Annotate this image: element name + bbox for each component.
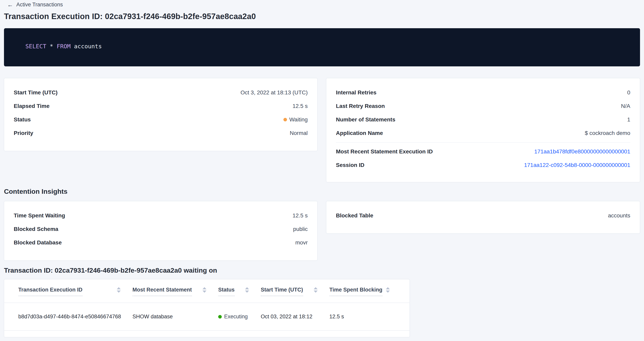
sort-icon[interactable] bbox=[116, 287, 121, 293]
cell-start-time: Oct 03, 2022 at 18:12 bbox=[261, 314, 329, 320]
column-header-label: Most Recent Statement bbox=[132, 287, 192, 296]
detail-label: Last Retry Reason bbox=[336, 103, 385, 109]
column-header-label: Start Time (UTC) bbox=[261, 287, 303, 296]
status-label: Executing bbox=[224, 314, 248, 320]
detail-row-blocked-schema: Blocked Schema public bbox=[14, 222, 308, 236]
detail-label: Application Name bbox=[336, 130, 383, 136]
column-header-label: Time Spent Blocking bbox=[329, 287, 382, 296]
column-header-label: Status bbox=[218, 287, 235, 296]
statement-execution-id-link[interactable]: 171aa1b478fdf0e80000000000000001 bbox=[534, 148, 630, 155]
sql-keyword: FROM bbox=[57, 43, 70, 50]
detail-value: 1 bbox=[627, 116, 630, 123]
detail-label: Number of Statements bbox=[336, 116, 396, 123]
column-header-time-spent-blocking[interactable]: Time Spent Blocking bbox=[329, 287, 402, 303]
detail-row-blocked-table: Blocked Table accounts bbox=[336, 209, 630, 222]
detail-value: 0 bbox=[627, 89, 630, 96]
cell-status: Executing bbox=[218, 314, 261, 320]
detail-row-elapsed-time: Elapsed Time 12.5 s bbox=[14, 99, 308, 113]
detail-label: Start Time (UTC) bbox=[14, 89, 58, 96]
detail-label: Priority bbox=[14, 130, 33, 136]
contention-card-left: Time Spent Waiting 12.5 s Blocked Schema… bbox=[4, 201, 318, 261]
detail-value: public bbox=[293, 226, 308, 232]
summary-card-right: Internal Retries 0 Last Retry Reason N/A… bbox=[326, 78, 640, 182]
summary-card-left: Start Time (UTC) Oct 3, 2022 at 18:13 (U… bbox=[4, 78, 318, 151]
session-id-link[interactable]: 171aa122-c092-54b8-0000-000000000001 bbox=[524, 162, 630, 168]
sort-icon[interactable] bbox=[314, 287, 318, 293]
detail-row-status: Status Waiting bbox=[14, 113, 308, 126]
status-dot-executing bbox=[218, 315, 222, 319]
contention-card-right: Blocked Table accounts bbox=[326, 201, 640, 234]
detail-value: N/A bbox=[621, 103, 630, 109]
sql-text: * bbox=[46, 43, 57, 50]
detail-label: Elapsed Time bbox=[14, 103, 50, 109]
table-row: b8d7d03a-d497-446b-8474-e50846674768 SHO… bbox=[4, 303, 410, 331]
column-header-start-time[interactable]: Start Time (UTC) bbox=[261, 287, 329, 303]
detail-row-statement-count: Number of Statements 1 bbox=[336, 113, 630, 126]
detail-label: Blocked Table bbox=[336, 212, 373, 219]
detail-value: accounts bbox=[608, 212, 630, 219]
column-header-label: Transaction Execution ID bbox=[18, 287, 82, 296]
status-badge: Waiting bbox=[284, 116, 308, 123]
detail-value: 12.5 s bbox=[292, 212, 308, 219]
detail-label: Most Recent Statement Execution ID bbox=[336, 148, 433, 155]
sql-keyword: SELECT bbox=[26, 43, 46, 50]
sort-icon[interactable] bbox=[386, 287, 390, 293]
detail-label: Time Spent Waiting bbox=[14, 212, 65, 219]
waiting-on-heading: Transaction ID: 02ca7931-f246-469b-b2fe-… bbox=[4, 267, 217, 274]
detail-row-time-spent-waiting: Time Spent Waiting 12.5 s bbox=[14, 209, 308, 222]
sql-table-name: accounts bbox=[70, 43, 102, 50]
sort-icon[interactable] bbox=[202, 287, 207, 293]
detail-row-statement-execution-id: Most Recent Statement Execution ID 171aa… bbox=[336, 145, 630, 158]
column-header-status[interactable]: Status bbox=[218, 287, 261, 303]
cell-most-recent-statement: SHOW database bbox=[132, 314, 218, 320]
waiting-transactions-table: Transaction Execution ID Most Recent Sta… bbox=[4, 279, 410, 337]
column-header-most-recent-statement[interactable]: Most Recent Statement bbox=[132, 287, 218, 303]
cell-time-spent-blocking: 12.5 s bbox=[329, 314, 402, 320]
detail-label: Blocked Schema bbox=[14, 226, 58, 232]
detail-row-start-time: Start Time (UTC) Oct 3, 2022 at 18:13 (U… bbox=[14, 86, 308, 99]
detail-label: Blocked Database bbox=[14, 240, 62, 246]
detail-row-application-name: Application Name $ cockroach demo bbox=[336, 126, 630, 140]
detail-value: 12.5 s bbox=[292, 103, 308, 109]
page-title: Transaction Execution ID: 02ca7931-f246-… bbox=[4, 12, 256, 21]
cell-transaction-execution-id: b8d7d03a-d497-446b-8474-e50846674768 bbox=[18, 314, 132, 320]
detail-value: movr bbox=[295, 240, 308, 246]
back-arrow-icon: ← bbox=[7, 2, 13, 8]
detail-row-session-id: Session ID 171aa122-c092-54b8-0000-00000… bbox=[336, 158, 630, 172]
table-header-row: Transaction Execution ID Most Recent Sta… bbox=[4, 279, 410, 303]
back-link[interactable]: ← Active Transactions bbox=[7, 1, 63, 8]
detail-row-priority: Priority Normal bbox=[14, 126, 308, 140]
detail-row-blocked-database: Blocked Database movr bbox=[14, 236, 308, 249]
detail-value: Oct 3, 2022 at 18:13 (UTC) bbox=[240, 89, 308, 96]
detail-row-last-retry-reason: Last Retry Reason N/A bbox=[336, 99, 630, 113]
detail-value: Normal bbox=[290, 130, 308, 136]
status-dot-waiting bbox=[284, 118, 287, 121]
sql-statement-box: SELECT * FROM accounts bbox=[4, 28, 640, 66]
status-label: Waiting bbox=[290, 116, 308, 123]
detail-label: Internal Retries bbox=[336, 89, 376, 96]
detail-row-internal-retries: Internal Retries 0 bbox=[336, 86, 630, 99]
sort-icon[interactable] bbox=[245, 287, 249, 293]
active-transaction-details-page: ← Active Transactions Transaction Execut… bbox=[0, 0, 644, 341]
back-link-label: Active Transactions bbox=[16, 1, 63, 8]
detail-label: Session ID bbox=[336, 162, 364, 168]
detail-label: Status bbox=[14, 116, 31, 123]
detail-value: $ cockroach demo bbox=[585, 130, 630, 136]
column-header-transaction-execution-id[interactable]: Transaction Execution ID bbox=[18, 287, 132, 303]
contention-insights-heading: Contention Insights bbox=[4, 188, 68, 195]
